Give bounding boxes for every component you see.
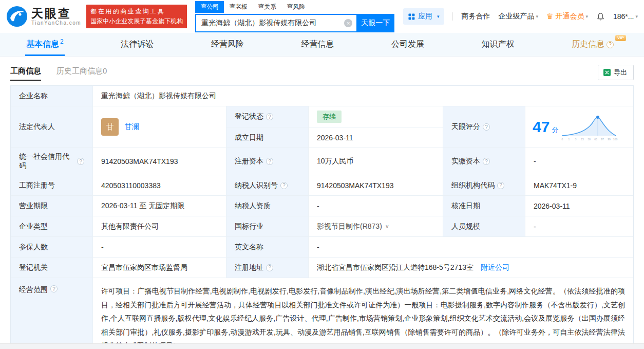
- chevron-down-icon: ▾: [635, 14, 638, 19]
- svg-text:15: 15: [581, 138, 584, 141]
- business-cooperation-link[interactable]: 商务合作: [461, 12, 490, 21]
- org-code-label: 组织机构代码 ?: [443, 175, 525, 196]
- search-tab-boss[interactable]: 查老板: [224, 1, 253, 13]
- subtab-count: 0: [103, 66, 107, 75]
- tab-label: 经营信息: [301, 39, 334, 50]
- business-scope-value: 许可项目：广播电视节目制作经营,电视剧制作,电视剧发行,电影发行,音像制品制作,…: [93, 278, 633, 349]
- search-tab-risk[interactable]: 查风险: [281, 1, 310, 13]
- tab-label: 经营风险: [211, 39, 244, 50]
- business-term-value: 2026-03-11 至 无固定期限: [93, 196, 226, 216]
- help-icon[interactable]: ?: [50, 285, 58, 292]
- tab-count-badge: 2: [60, 38, 64, 45]
- tab-legal-proceedings[interactable]: 法律诉讼: [118, 33, 157, 56]
- taxpayer-id-label: 纳税人识别号 ?: [226, 175, 309, 196]
- promo-banner: 都在用的商业查询工具 国家中小企业发展子基金旗下机构: [86, 5, 187, 28]
- status-badge: 存续: [317, 111, 342, 123]
- chevron-down-icon: ▾: [437, 14, 440, 19]
- tianyancha-logo[interactable]: 天眼查 TianYanCha.com: [6, 6, 81, 27]
- taxpayer-id-value: 91420503MAK74TX193: [309, 175, 443, 196]
- industry-value[interactable]: 影视节目制作(R873) ∨: [309, 216, 443, 237]
- help-icon[interactable]: ?: [280, 182, 288, 189]
- brand-name: 天眼查: [31, 7, 81, 20]
- legal-rep-avatar[interactable]: 甘: [101, 118, 119, 136]
- legal-rep-name-link[interactable]: 甘澜: [125, 122, 139, 132]
- brand-domain: TianYanCha.com: [31, 20, 81, 26]
- svg-text:97: 97: [601, 138, 604, 141]
- divider: [452, 12, 453, 21]
- staff-size-label: 人员规模: [443, 216, 525, 237]
- org-code-value: MAK74TX1-9: [525, 175, 633, 196]
- clear-search-icon[interactable]: ×: [344, 19, 352, 27]
- app-grid-icon: [408, 13, 415, 20]
- approval-date-label: 核准日期: [443, 196, 525, 216]
- search-tab-company[interactable]: 查公司: [195, 1, 224, 13]
- apps-menu[interactable]: 应用 ▾: [403, 8, 445, 25]
- insured-count-label: 参保人数: [11, 237, 93, 258]
- tab-operating-info[interactable]: 经营信息: [298, 33, 337, 56]
- help-icon[interactable]: ?: [483, 158, 490, 165]
- registration-number-value: 420503110003383: [93, 175, 226, 196]
- apps-menu-label: 应用: [418, 12, 432, 21]
- registered-address-label: 注册地址 ?: [226, 258, 309, 278]
- excel-export-icon: [603, 69, 611, 76]
- establish-date-label: 成立日期: [226, 127, 309, 148]
- search-tab-relation[interactable]: 查关系: [253, 1, 281, 13]
- help-icon[interactable]: ?: [483, 123, 490, 131]
- establish-date-value: 2026-03-11: [309, 127, 443, 148]
- open-membership-menu[interactable]: ♛ 开通会员 ▾: [546, 12, 588, 21]
- help-icon[interactable]: ?: [607, 41, 614, 48]
- registered-address-value: 湖北省宜昌市伍家岗区沿江大道特168-5号2713室 附近公司: [309, 258, 633, 278]
- help-icon[interactable]: ?: [266, 113, 273, 120]
- bell-icon: [596, 12, 605, 21]
- tab-history-info[interactable]: VIP 历史信息 ?: [569, 33, 621, 56]
- tab-label: 知识产权: [481, 39, 514, 50]
- notifications-button[interactable]: [596, 12, 605, 21]
- score-unit: 分: [552, 125, 558, 135]
- nearby-companies-link[interactable]: 附近公司: [481, 263, 509, 272]
- help-icon[interactable]: ?: [77, 158, 84, 165]
- help-icon[interactable]: ?: [266, 264, 273, 271]
- chevron-down-icon[interactable]: ∨: [385, 223, 389, 230]
- search-input[interactable]: [195, 14, 356, 32]
- company-name-label: 企业名称: [11, 86, 93, 106]
- registration-number-label: 工商注册号: [11, 175, 93, 196]
- help-icon[interactable]: ?: [497, 182, 504, 189]
- english-name-label: 英文名称: [226, 237, 309, 258]
- vip-badge: VIP: [615, 35, 626, 41]
- enterprise-products-menu[interactable]: 企业级产品 ▾: [498, 12, 538, 21]
- tianyan-score-label: 天眼评分 ?: [443, 106, 525, 148]
- english-name-value: -: [309, 237, 633, 258]
- tab-operating-risk[interactable]: 经营风险: [208, 33, 247, 56]
- help-icon[interactable]: ?: [266, 158, 273, 165]
- svg-text:3: 3: [575, 138, 577, 141]
- score-chart: 0 1 3 15 38 63 97 99 100: [560, 112, 618, 142]
- tab-company-development[interactable]: 公司发展: [388, 33, 427, 56]
- export-button[interactable]: 导出: [598, 65, 634, 80]
- staff-size-value: -: [525, 216, 633, 237]
- search-button[interactable]: 天眼一下: [356, 14, 394, 32]
- search-area: 查公司 查老板 查关系 查风险 × 天眼一下: [195, 1, 394, 32]
- paid-capital-value: -: [525, 148, 633, 175]
- company-type-value: 其他有限责任公司: [93, 216, 226, 237]
- taxpayer-quality-label: 纳税人资质: [226, 196, 309, 216]
- credit-code-value: 91420503MAK74TX193: [93, 148, 226, 175]
- subtab-business-info[interactable]: 工商信息: [10, 66, 41, 81]
- page-footer-strip: [0, 343, 644, 349]
- tab-label: 历史信息: [572, 39, 604, 50]
- subtab-history-business-info[interactable]: 历史工商信息0: [56, 66, 107, 81]
- search-tabs: 查公司 查老板 查关系 查风险: [195, 1, 394, 13]
- promo-line1: 都在用的商业查询工具: [90, 7, 183, 16]
- promo-line2: 国家中小企业发展子基金旗下机构: [90, 16, 183, 26]
- tab-basic-info[interactable]: 基本信息 2: [23, 33, 67, 56]
- company-type-label: 企业类型: [11, 216, 93, 237]
- registration-status-label: 登记状态 ?: [226, 106, 309, 127]
- credit-code-label: 统一社会信用代码 ?: [11, 148, 93, 175]
- business-scope-label: 经营范围 ?: [11, 278, 93, 349]
- svg-text:38: 38: [588, 138, 591, 141]
- registration-authority-value: 宜昌市伍家岗区市场监督局: [93, 258, 226, 278]
- tab-label: 基本信息: [26, 39, 59, 50]
- tab-intellectual-property[interactable]: 知识产权: [478, 33, 517, 56]
- user-account-menu[interactable]: 186*... ▾: [613, 12, 638, 21]
- registered-capital-value: 10万人民币: [309, 148, 443, 175]
- registration-status-value: 存续: [309, 106, 443, 127]
